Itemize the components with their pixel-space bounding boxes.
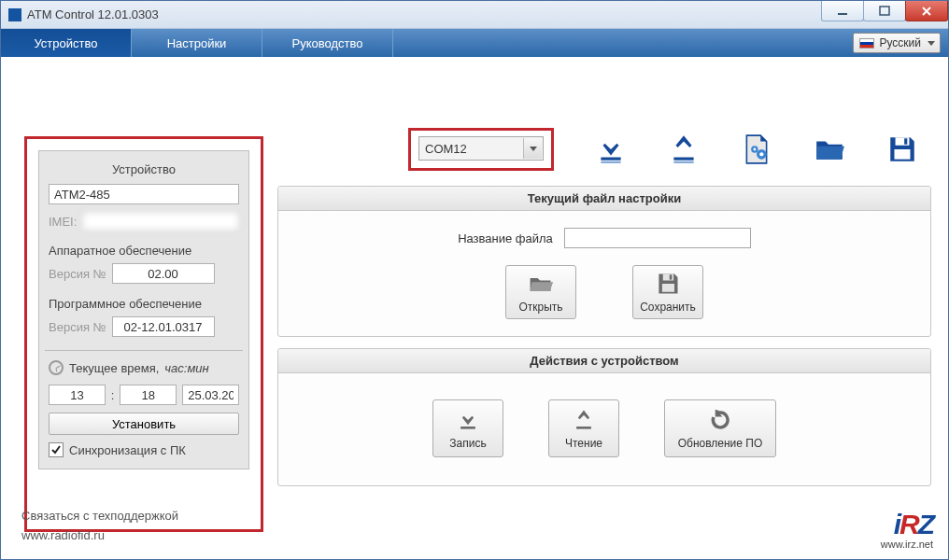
open-file-label: Открыть (518, 301, 562, 314)
device-actions-group: Действия с устройством Запись Чтение Обн… (277, 348, 931, 486)
device-box: Устройство IMEI: Аппаратное обеспечение … (38, 150, 249, 469)
svg-rect-5 (673, 161, 693, 163)
window-title: ATM Control 12.01.0303 (27, 7, 159, 21)
chevron-down-icon (928, 41, 935, 46)
svg-rect-17 (576, 427, 591, 429)
svg-rect-4 (673, 158, 693, 161)
write-button[interactable]: Запись (432, 399, 503, 457)
update-firmware-button[interactable]: Обновление ПО (664, 399, 776, 457)
app-window: ATM Control 12.01.0303 Устройство Настро… (0, 0, 949, 560)
hw-version-input[interactable] (112, 263, 215, 284)
irz-logo: iRZ www.irz.net (881, 511, 933, 550)
com-port-highlight: COM12 (408, 128, 554, 171)
save-file-button[interactable]: Сохранить (632, 265, 703, 319)
clock-icon (49, 360, 64, 375)
write-label: Запись (449, 437, 486, 450)
device-actions-header: Действия с устройством (278, 349, 930, 373)
svg-rect-13 (663, 274, 673, 281)
tab-settings[interactable]: Настройки (132, 29, 262, 57)
sw-version-input[interactable] (112, 316, 215, 337)
read-button[interactable]: Чтение (548, 399, 619, 457)
com-port-label: COM12 (425, 142, 467, 156)
device-info-panel: Устройство IMEI: Аппаратное обеспечение … (24, 136, 263, 532)
language-select[interactable]: Русский (853, 33, 941, 53)
imei-label: IMEI: (49, 215, 77, 229)
filename-input[interactable] (564, 228, 751, 248)
hour-input[interactable] (49, 385, 106, 405)
sw-version-label: Версия № (49, 320, 106, 334)
svg-rect-11 (904, 138, 907, 144)
software-heading: Программное обеспечение (49, 297, 239, 311)
hw-version-label: Версия № (49, 267, 106, 281)
radiofid-link[interactable]: www.radiofid.ru (21, 528, 178, 542)
current-file-group: Текущий файл настройки Название файла От… (277, 186, 931, 337)
time-label-prefix: Текущее время, (69, 361, 159, 375)
svg-rect-16 (460, 427, 475, 429)
imei-value (82, 212, 239, 231)
hardware-heading: Аппаратное обеспечение (49, 244, 239, 258)
svg-rect-3 (601, 161, 620, 163)
window-controls (822, 1, 948, 21)
support-link[interactable]: Связаться с техподдержкой (21, 509, 178, 523)
svg-rect-0 (838, 13, 847, 15)
close-button[interactable] (905, 1, 948, 21)
current-file-header: Текущий файл настройки (278, 187, 930, 211)
save-file-label: Сохранить (640, 301, 696, 314)
save-icon[interactable] (886, 133, 918, 165)
filename-label: Название файла (458, 231, 553, 245)
date-input[interactable] (182, 385, 239, 405)
sync-label: Синхронизация с ПК (69, 443, 186, 457)
set-time-button[interactable]: Установить (49, 413, 239, 435)
minimize-button[interactable] (821, 1, 864, 21)
svg-rect-14 (670, 274, 673, 279)
folder-open-icon[interactable] (814, 133, 845, 165)
device-name-input[interactable] (49, 184, 239, 204)
tab-device[interactable]: Устройство (1, 29, 132, 57)
svg-point-7 (759, 152, 763, 156)
footer-links: Связаться с техподдержкой www.radiofid.r… (21, 509, 178, 542)
main-tabs: Устройство Настройки Руководство Русский (1, 29, 948, 57)
settings-page-icon[interactable] (741, 133, 772, 165)
toolbar: COM12 (408, 128, 918, 171)
time-label-suffix: час:мин (164, 361, 208, 375)
svg-rect-2 (601, 158, 620, 161)
svg-point-9 (753, 148, 756, 151)
app-icon (8, 8, 21, 21)
maximize-button[interactable] (863, 1, 906, 21)
minute-input[interactable] (120, 385, 177, 405)
update-label: Обновление ПО (678, 437, 763, 450)
titlebar: ATM Control 12.01.0303 (1, 1, 948, 29)
irz-site[interactable]: www.irz.net (881, 539, 933, 550)
content: Устройство IMEI: Аппаратное обеспечение … (1, 57, 948, 559)
svg-rect-12 (895, 149, 911, 160)
device-heading: Устройство (49, 162, 239, 176)
language-label: Русский (879, 36, 921, 49)
upload-icon[interactable] (668, 133, 700, 165)
download-icon[interactable] (595, 133, 627, 165)
svg-rect-1 (880, 7, 889, 15)
flag-icon (859, 38, 874, 49)
sync-checkbox[interactable] (49, 442, 64, 457)
com-port-select[interactable]: COM12 (418, 136, 544, 161)
svg-rect-15 (662, 284, 674, 292)
tab-manual[interactable]: Руководство (262, 29, 393, 57)
read-label: Чтение (565, 437, 602, 450)
open-file-button[interactable]: Открыть (505, 265, 576, 319)
chevron-down-icon (523, 138, 542, 159)
